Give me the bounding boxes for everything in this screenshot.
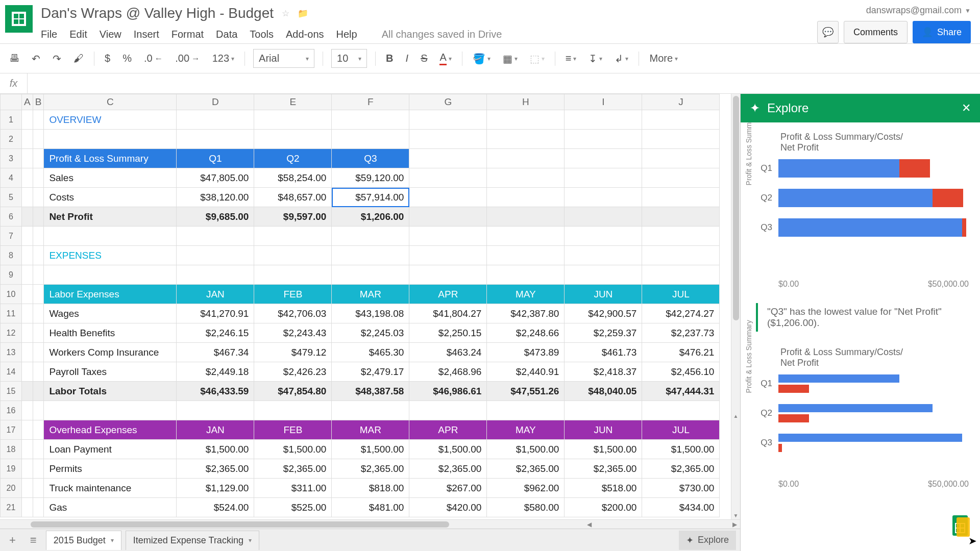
- italic-button[interactable]: I: [404, 52, 411, 65]
- col-header[interactable]: B: [33, 94, 44, 110]
- row-header[interactable]: 8: [1, 246, 22, 265]
- comments-button[interactable]: Comments: [844, 21, 908, 43]
- folder-icon[interactable]: 📁: [298, 8, 308, 19]
- col-header[interactable]: G: [409, 94, 487, 110]
- col-header[interactable]: C: [44, 94, 177, 110]
- row-header[interactable]: 14: [1, 362, 22, 382]
- row-header[interactable]: 18: [1, 440, 22, 459]
- valign-button[interactable]: ↧▾: [586, 52, 604, 66]
- row-header[interactable]: 13: [1, 343, 22, 362]
- explore-panel: ✦ Explore ✕ Profit & Loss Summary/Costs/…: [740, 94, 980, 551]
- chevron-down-icon: ▼: [965, 7, 971, 14]
- row-header[interactable]: 17: [1, 420, 22, 440]
- font-select[interactable]: Arial▾: [253, 49, 314, 68]
- save-status: All changes saved in Drive: [382, 29, 502, 40]
- col-header[interactable]: E: [254, 94, 332, 110]
- undo-icon[interactable]: ↶: [30, 52, 42, 66]
- menubar: File Edit View Insert Format Data Tools …: [41, 21, 817, 40]
- format-currency[interactable]: $: [103, 52, 112, 65]
- explore-chart-2[interactable]: Profit & Loss Summary/Costs/ Net Profit …: [752, 347, 969, 489]
- toolbar: 🖶 ↶ ↷ 🖌 $ % .0← .00→ 123▾ Arial▾ 10▾ B I…: [0, 43, 980, 73]
- more-formats[interactable]: 123▾: [210, 52, 236, 65]
- svg-rect-4: [957, 517, 970, 537]
- all-sheets-button[interactable]: ≡: [25, 531, 42, 550]
- more-toolbar[interactable]: More ▾: [647, 52, 680, 65]
- explore-button[interactable]: ✦ Explore: [679, 531, 736, 550]
- format-percent[interactable]: %: [120, 52, 134, 65]
- row-header[interactable]: 12: [1, 323, 22, 343]
- wrap-button[interactable]: ↲▾: [612, 52, 630, 66]
- menu-view[interactable]: View: [100, 29, 121, 40]
- bold-button[interactable]: B: [384, 52, 395, 65]
- menu-edit[interactable]: Edit: [69, 29, 87, 40]
- share-button[interactable]: 👤 Share: [913, 21, 971, 43]
- decrease-decimal[interactable]: .0←: [142, 52, 165, 65]
- menu-insert[interactable]: Insert: [134, 29, 159, 40]
- menu-tools[interactable]: Tools: [250, 29, 274, 40]
- select-all-corner[interactable]: [1, 94, 22, 110]
- user-email-label: danswraps@gmail.com: [866, 5, 962, 16]
- merge-button[interactable]: ⬚▾: [528, 52, 547, 66]
- explore-chart-1[interactable]: Profit & Loss Summary/Costs/ Net Profit …: [752, 132, 969, 289]
- sheets-logo[interactable]: [5, 5, 33, 33]
- strike-button[interactable]: S: [419, 52, 429, 65]
- row-header[interactable]: 6: [1, 207, 22, 227]
- doc-title[interactable]: Dan's Wraps @ Valley High - Budget: [41, 5, 274, 21]
- menu-addons[interactable]: Add-ons: [286, 29, 324, 40]
- row-header[interactable]: 3: [1, 149, 22, 168]
- explore-icon: ✦: [750, 101, 760, 115]
- row-header[interactable]: 10: [1, 285, 22, 304]
- chat-icon[interactable]: 💬: [817, 21, 839, 43]
- row-header[interactable]: 20: [1, 479, 22, 498]
- row-header[interactable]: 2: [1, 130, 22, 149]
- horizontal-scrollbar[interactable]: ◀▶: [0, 519, 740, 529]
- paint-format-icon[interactable]: 🖌: [71, 52, 86, 65]
- sheet-tab-1[interactable]: 2015 Budget▾: [46, 531, 121, 550]
- fill-color-button[interactable]: 🪣▾: [471, 52, 493, 66]
- person-icon: 👤: [922, 27, 933, 38]
- print-icon[interactable]: 🖶: [7, 52, 21, 65]
- font-size-select[interactable]: 10▾: [331, 49, 367, 68]
- close-icon[interactable]: ✕: [962, 102, 971, 115]
- row-header[interactable]: 5: [1, 188, 22, 207]
- row-header[interactable]: 16: [1, 401, 22, 420]
- menu-data[interactable]: Data: [216, 29, 237, 40]
- explore-insight: "Q3" has the lowest value for "Net Profi…: [756, 303, 969, 332]
- menu-file[interactable]: File: [41, 29, 57, 40]
- menu-help[interactable]: Help: [336, 29, 357, 40]
- row-header[interactable]: 7: [1, 227, 22, 246]
- explore-icon: ✦: [686, 535, 694, 546]
- col-header[interactable]: J: [642, 94, 720, 110]
- row-header[interactable]: 15: [1, 382, 22, 401]
- explore-title: Explore: [767, 101, 808, 115]
- row-header[interactable]: 11: [1, 304, 22, 323]
- fx-label: fx: [0, 73, 28, 93]
- row-header[interactable]: 1: [1, 110, 22, 130]
- halign-button[interactable]: ≡▾: [564, 52, 579, 65]
- borders-button[interactable]: ▦▾: [501, 52, 520, 66]
- col-header[interactable]: I: [565, 94, 642, 110]
- col-header[interactable]: A: [22, 94, 33, 110]
- row-header[interactable]: 4: [1, 168, 22, 188]
- col-header[interactable]: D: [177, 94, 254, 110]
- menu-format[interactable]: Format: [172, 29, 204, 40]
- col-header[interactable]: F: [332, 94, 409, 110]
- text-color-button[interactable]: A ▾: [437, 51, 453, 66]
- row-header[interactable]: 21: [1, 498, 22, 517]
- increase-decimal[interactable]: .00→: [173, 52, 202, 65]
- vertical-scrollbar[interactable]: ▲ ▼: [731, 94, 740, 519]
- row-header[interactable]: 19: [1, 459, 22, 479]
- col-header[interactable]: H: [487, 94, 565, 110]
- add-sheet-button[interactable]: +: [4, 531, 21, 550]
- star-icon[interactable]: ☆: [282, 8, 289, 19]
- mouse-cursor-icon: ➤: [968, 535, 977, 547]
- row-header[interactable]: 9: [1, 265, 22, 285]
- user-account[interactable]: danswraps@gmail.com ▼: [866, 5, 971, 16]
- redo-icon[interactable]: ↷: [51, 52, 63, 66]
- spreadsheet-grid[interactable]: A B C D E F G H I J 1OVERVIEW23Profit &: [0, 94, 720, 517]
- formula-bar[interactable]: [28, 80, 980, 88]
- sheet-tab-2[interactable]: Itemized Expense Tracking▾: [126, 531, 259, 550]
